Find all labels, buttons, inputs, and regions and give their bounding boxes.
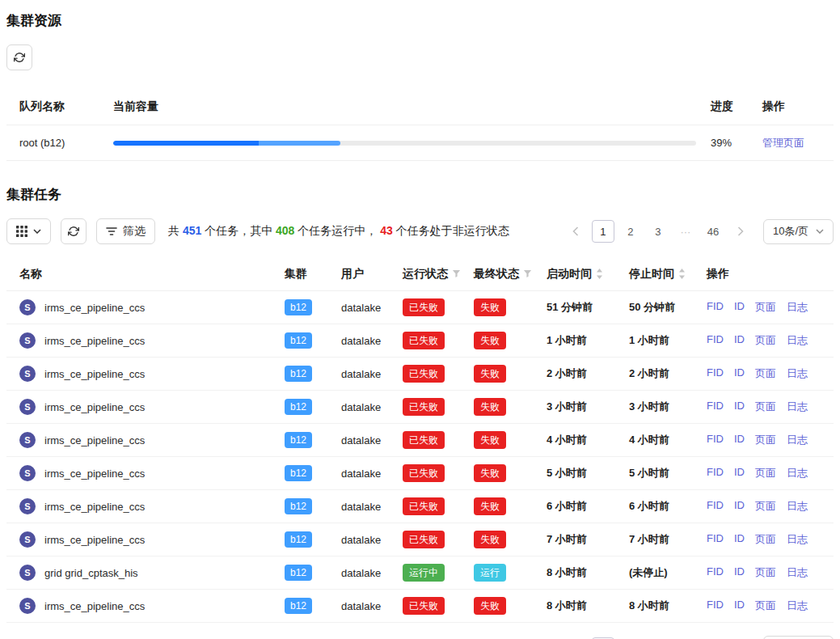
- page-number-46[interactable]: 46: [702, 220, 724, 243]
- log-link[interactable]: 日志: [787, 499, 808, 514]
- page-size-select[interactable]: 10条/页: [763, 219, 834, 244]
- page-link[interactable]: 页面: [755, 366, 776, 381]
- final-status-badge: 失败: [474, 332, 506, 349]
- fid-link[interactable]: FID: [707, 300, 724, 315]
- log-link[interactable]: 日志: [787, 400, 808, 414]
- task-name-cell: S irms_ce_pipeline_ccs: [6, 598, 278, 614]
- page-number-2[interactable]: 2: [619, 220, 642, 243]
- filter-button[interactable]: 筛选: [96, 218, 155, 244]
- fid-link[interactable]: FID: [707, 433, 724, 447]
- page-link[interactable]: 页面: [755, 400, 776, 414]
- fid-link[interactable]: FID: [707, 333, 724, 348]
- fid-link[interactable]: FID: [707, 366, 724, 381]
- tasks-table: 名称 集群 用户 运行状态 最终状态 启动时间: [6, 257, 834, 623]
- page-link[interactable]: 页面: [755, 466, 776, 480]
- start-time: 4 小时前: [540, 433, 623, 447]
- id-link[interactable]: ID: [734, 599, 745, 613]
- avatar: S: [19, 531, 36, 548]
- fid-link[interactable]: FID: [707, 565, 724, 580]
- avatar: S: [19, 498, 36, 514]
- row-actions: FID ID 页面 日志: [700, 466, 834, 480]
- page-size-select[interactable]: 10条/页: [763, 636, 834, 639]
- user-cell: datalake: [335, 567, 396, 579]
- page-link[interactable]: 页面: [755, 499, 776, 514]
- fid-link[interactable]: FID: [707, 400, 724, 414]
- log-link[interactable]: 日志: [787, 466, 808, 480]
- stop-time: 5 小时前: [623, 466, 700, 480]
- page-link[interactable]: 页面: [755, 433, 776, 447]
- page-number-1[interactable]: 1: [592, 220, 614, 243]
- task-name: irms_ce_pipeline_ccs: [44, 501, 145, 513]
- header-name: 名称: [6, 267, 278, 281]
- prev-page-button[interactable]: [564, 220, 587, 243]
- page-ellipsis[interactable]: ···: [674, 220, 697, 243]
- user-cell: datalake: [335, 401, 396, 413]
- row-actions: FID ID 页面 日志: [700, 499, 834, 514]
- avatar: S: [19, 299, 36, 315]
- page-link[interactable]: 页面: [755, 300, 776, 315]
- task-name: irms_ce_pipeline_ccs: [44, 302, 145, 314]
- cluster-resources-title: 集群资源: [6, 11, 834, 30]
- next-page-button[interactable]: [729, 220, 752, 243]
- sort-icon[interactable]: [678, 269, 686, 279]
- summary-text: 共: [168, 224, 183, 237]
- page-link[interactable]: 页面: [755, 532, 776, 547]
- id-link[interactable]: ID: [734, 333, 745, 348]
- tasks-toolbar: 筛选 共 451 个任务，其中 408 个任务运行中， 43 个任务处于非运行状…: [6, 218, 834, 244]
- page-link[interactable]: 页面: [755, 565, 776, 580]
- cluster-cell: b12: [278, 366, 335, 382]
- filter-funnel-icon[interactable]: [452, 269, 461, 278]
- id-link[interactable]: ID: [734, 499, 745, 514]
- summary-failed-count: 43: [380, 224, 393, 237]
- id-link[interactable]: ID: [734, 565, 745, 580]
- final-status-cell: 失败: [467, 398, 540, 416]
- run-status-badge: 已失败: [403, 365, 445, 383]
- id-link[interactable]: ID: [734, 466, 745, 480]
- fid-link[interactable]: FID: [707, 499, 724, 514]
- log-link[interactable]: 日志: [787, 300, 808, 315]
- log-link[interactable]: 日志: [787, 366, 808, 381]
- header-final-status: 最终状态: [467, 267, 540, 281]
- id-link[interactable]: ID: [734, 433, 745, 447]
- fid-link[interactable]: FID: [707, 466, 724, 480]
- page-number-3[interactable]: 3: [647, 220, 669, 243]
- run-status-cell: 已失败: [396, 597, 467, 615]
- start-time: 3 小时前: [540, 400, 623, 414]
- resources-refresh-button[interactable]: [6, 44, 32, 70]
- page-link[interactable]: 页面: [755, 333, 776, 348]
- column-layout-button[interactable]: [6, 218, 51, 244]
- filter-funnel-icon[interactable]: [523, 269, 532, 278]
- manage-page-link[interactable]: 管理页面: [762, 137, 804, 149]
- id-link[interactable]: ID: [734, 532, 745, 547]
- avatar: S: [19, 399, 36, 415]
- log-link[interactable]: 日志: [787, 565, 808, 580]
- cluster-tag: b12: [285, 598, 312, 614]
- log-link[interactable]: 日志: [787, 599, 808, 613]
- summary-text: 个任务处于非运行状态: [393, 224, 509, 237]
- capacity-cell: [107, 141, 704, 146]
- start-time: 8 小时前: [540, 565, 623, 580]
- tasks-refresh-button[interactable]: [61, 218, 87, 244]
- id-link[interactable]: ID: [734, 366, 745, 381]
- header-cluster: 集群: [278, 267, 335, 281]
- page-link[interactable]: 页面: [755, 599, 776, 613]
- grid-icon: [16, 226, 27, 237]
- log-link[interactable]: 日志: [787, 532, 808, 547]
- sort-icon[interactable]: [596, 269, 603, 279]
- run-status-cell: 已失败: [396, 332, 467, 349]
- table-row: S irms_ce_pipeline_ccs b12 datalake 已失败 …: [6, 523, 834, 556]
- tasks-table-header: 名称 集群 用户 运行状态 最终状态 启动时间: [6, 257, 834, 291]
- header-action: 操作: [756, 99, 834, 114]
- fid-link[interactable]: FID: [707, 599, 724, 613]
- fid-link[interactable]: FID: [707, 532, 724, 547]
- manage-page-cell: 管理页面: [756, 136, 834, 150]
- header-current-capacity: 当前容量: [107, 99, 704, 114]
- log-link[interactable]: 日志: [787, 333, 808, 348]
- progress-bar: [113, 141, 696, 146]
- id-link[interactable]: ID: [734, 300, 745, 315]
- id-link[interactable]: ID: [734, 400, 745, 414]
- cluster-tag: b12: [285, 332, 312, 349]
- log-link[interactable]: 日志: [787, 433, 808, 447]
- table-footer: 1 2 3 ··· 46 10条/页: [6, 636, 834, 639]
- task-name-cell: S grid grid_cptask_his: [6, 565, 278, 581]
